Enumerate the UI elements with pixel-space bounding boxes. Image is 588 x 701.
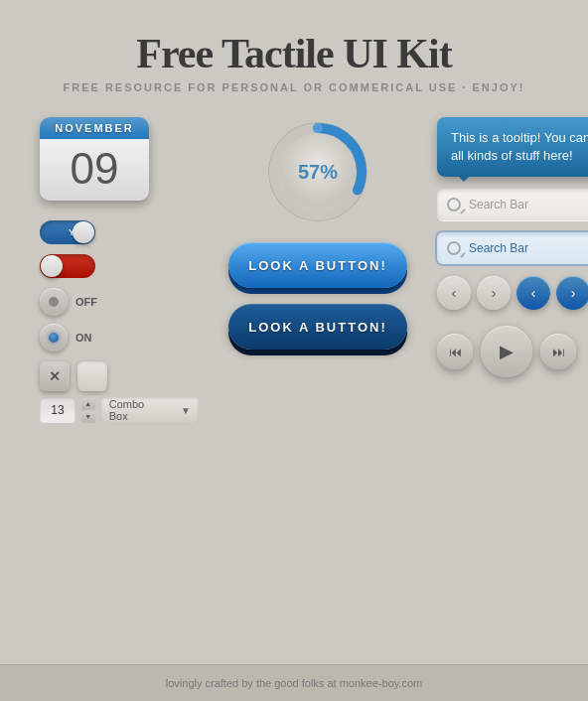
toggle-yes-track: YES <box>40 220 95 244</box>
radio-off-dot <box>49 297 59 307</box>
subtitle: FREE RESOURCE FOR PERSONAL OR COMMERICAL… <box>40 81 548 93</box>
calendar-month: NOVEMBER <box>40 117 149 139</box>
button-1[interactable]: LOOK A BUTTON! <box>228 242 407 288</box>
combo-box-value: Combo Box <box>109 398 161 422</box>
search-icon-1 <box>447 198 461 211</box>
column-1: NOVEMBER 09 YES NO <box>40 117 199 423</box>
radio-off[interactable]: OFF <box>40 288 97 316</box>
spin-up[interactable]: ▲ <box>81 398 95 410</box>
tooltip-box: This is a tooltip! You can put all kinds… <box>437 117 588 177</box>
toggle-no-knob <box>41 255 63 277</box>
toggle-no-row: NO <box>40 254 199 278</box>
search-bar-2[interactable]: Search Bar <box>437 232 588 264</box>
footer: lovingly crafted by the good folks at mo… <box>0 664 588 701</box>
calendar-day: 09 <box>40 147 149 191</box>
rewind-icon: ⏮ <box>449 345 462 359</box>
toggle-no[interactable]: NO <box>40 254 95 278</box>
media-controls: ⏮ ▶ ⏭ <box>437 326 588 377</box>
number-row: 13 ▲ ▼ Combo Box ▼ <box>40 397 199 423</box>
spin-down[interactable]: ▼ <box>81 411 95 423</box>
radio-on-container <box>40 324 68 351</box>
radio-on[interactable]: ON <box>40 324 92 351</box>
button-2-label: LOOK A BUTTON! <box>248 320 386 335</box>
radio-on-dot <box>49 333 59 343</box>
play-button[interactable]: ▶ <box>481 326 532 377</box>
nav-prev-dark[interactable]: ‹ <box>516 276 550 310</box>
search-placeholder-2: Search Bar <box>469 241 528 255</box>
circular-progress: 57% <box>263 117 372 226</box>
nav-arrows: ‹ › ‹ › <box>437 276 588 310</box>
svg-point-4 <box>313 123 323 133</box>
radio-off-container <box>40 288 68 316</box>
nav-prev-light[interactable]: ‹ <box>437 276 471 310</box>
column-2: 57% LOOK A BUTTON! LOOK A BUTTON! <box>219 117 417 350</box>
column-3: This is a tooltip! You can put all kinds… <box>437 117 588 377</box>
radio-off-label: OFF <box>75 296 97 308</box>
x-button[interactable]: ✕ <box>40 361 70 391</box>
toggle-yes[interactable]: YES <box>40 220 95 244</box>
nav-next-light[interactable]: › <box>477 276 511 310</box>
button-1-label: LOOK A BUTTON! <box>248 258 386 273</box>
button-2[interactable]: LOOK A BUTTON! <box>228 304 407 350</box>
calendar-body: 09 <box>40 139 149 201</box>
tooltip-text: This is a tooltip! You can put all kinds… <box>451 130 588 163</box>
check-box[interactable] <box>77 361 107 391</box>
number-input[interactable]: 13 <box>40 397 75 423</box>
nav-next-dark[interactable]: › <box>556 276 588 310</box>
search-bar-1[interactable]: Search Bar <box>437 189 588 220</box>
progress-label: 57% <box>298 161 338 184</box>
ui-grid: NOVEMBER 09 YES NO <box>40 117 548 423</box>
spin-buttons: ▲ ▼ <box>81 398 95 423</box>
radio-on-label: ON <box>75 332 92 344</box>
toggle-no-track: NO <box>40 254 95 278</box>
calendar-widget: NOVEMBER 09 <box>40 117 149 201</box>
play-icon: ▶ <box>500 341 514 362</box>
combo-box-arrow: ▼ <box>181 405 191 416</box>
header: Free Tactile UI Kit FREE RESOURCE FOR PE… <box>40 30 548 93</box>
page-title: Free Tactile UI Kit <box>40 30 548 77</box>
toggle-yes-knob <box>73 221 94 243</box>
search-icon-2 <box>447 241 461 255</box>
rewind-button[interactable]: ⏮ <box>437 334 473 369</box>
toggle-yes-row: YES <box>40 220 199 244</box>
forward-icon: ⏭ <box>552 345 565 359</box>
checkbox-row: ✕ <box>40 361 199 391</box>
combo-box[interactable]: Combo Box ▼ <box>101 397 199 423</box>
radio-on-row: ON <box>40 324 199 351</box>
radio-off-row: OFF <box>40 288 199 316</box>
footer-text: lovingly crafted by the good folks at mo… <box>166 677 422 689</box>
search-placeholder-1: Search Bar <box>469 198 528 211</box>
forward-button[interactable]: ⏭ <box>540 334 576 369</box>
